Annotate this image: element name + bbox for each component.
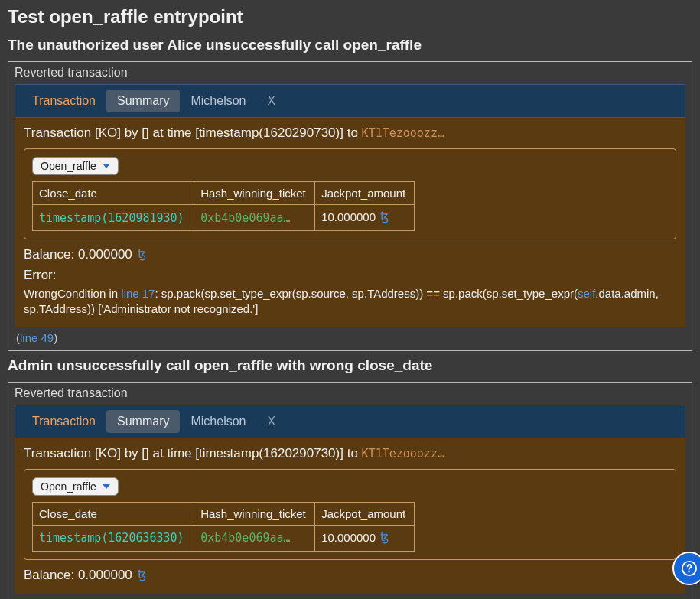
tab-close[interactable]: X [267,415,275,428]
tez-icon: ꜩ [138,568,148,585]
svg-point-5 [688,571,689,572]
page-title: Test open_raffle entrypoint [8,6,692,28]
col-jackpot: Jackpot_amount [315,502,415,525]
jackpot-value: 10.000000 [321,531,376,544]
col-hash: Hash_winning_ticket [194,502,315,525]
tez-icon: ꜩ [380,210,391,226]
help-button[interactable] [672,552,700,585]
help-icon [681,560,698,577]
reverted-box: Reverted transaction Transaction Summary… [8,382,692,600]
dropdown-label: Open_raffle [41,480,96,493]
params-table: Close_date Hash_winning_ticket Jackpot_a… [32,502,415,552]
balance-line: Balance: 0.000000 ꜩ [24,247,676,265]
tez-icon: ꜩ [138,247,148,265]
transaction-header: Transaction [KO] by [] at time [timestam… [24,125,676,141]
jackpot-value: 10.000000 [321,210,376,223]
entrypoint-dropdown[interactable]: Open_raffle [32,157,119,175]
cell-close-date: timestamp(1620981930) [33,205,194,231]
tx-header-text: Transaction [KO] by [] at time [timestam… [24,446,362,461]
error-mid: : sp.pack(sp.set_type_expr(sp.source, sp… [155,287,578,300]
col-close-date: Close_date [33,182,194,205]
test-title: The unauthorized user Alice unsuccessful… [8,37,692,54]
cell-hash: 0xb4b0e069aa… [194,525,315,551]
params-table: Close_date Hash_winning_ticket Jackpot_a… [32,181,415,231]
contract-address[interactable]: KT1Tezooozz… [362,126,444,140]
balance-label: Balance: [24,247,78,262]
cell-jackpot: 10.000000 ꜩ [315,205,415,231]
line-ref-link[interactable]: line 49 [20,331,54,344]
tabs-bar: Transaction Summary Michelson X [15,84,685,118]
self-keyword: self [578,287,595,300]
tab-michelson[interactable]: Michelson [180,90,256,112]
error-pre: WrongCondition in [24,287,121,300]
balance-value: 0.000000 [78,247,132,262]
error-label: Error: [24,268,676,283]
tab-transaction[interactable]: Transaction [21,90,106,112]
contract-address[interactable]: KT1Tezooozz… [362,447,444,461]
cell-close-date: timestamp(1620636330) [33,525,194,551]
svg-text:ꜩ: ꜩ [380,530,389,544]
entrypoint-dropdown[interactable]: Open_raffle [32,477,119,496]
test-title: Admin unsuccessfully call open_raffle wi… [8,357,692,374]
chevron-down-icon [103,484,110,489]
tab-summary[interactable]: Summary [106,90,180,112]
chevron-down-icon [103,164,110,168]
tab-summary[interactable]: Summary [106,410,180,433]
col-hash: Hash_winning_ticket [194,182,315,205]
balance-label: Balance: [24,568,78,582]
line-ref: (line 49) [15,327,685,344]
params-frame: Open_raffle Close_date Hash_winning_tick… [24,148,676,239]
table-row: timestamp(1620636330) 0xb4b0e069aa… 10.0… [33,525,415,551]
tab-transaction[interactable]: Transaction [21,410,106,433]
reverted-label: Reverted transaction [15,386,685,400]
table-header-row: Close_date Hash_winning_ticket Jackpot_a… [33,502,415,525]
tez-icon: ꜩ [380,530,391,546]
col-jackpot: Jackpot_amount [315,182,415,205]
transaction-header: Transaction [KO] by [] at time [timestam… [24,446,676,461]
error-body: WrongCondition in line 17: sp.pack(sp.se… [24,286,676,317]
balance-value: 0.000000 [78,568,132,582]
table-header-row: Close_date Hash_winning_ticket Jackpot_a… [33,182,415,205]
table-row: timestamp(1620981930) 0xb4b0e069aa… 10.0… [33,205,415,231]
reverted-box: Reverted transaction Transaction Summary… [8,61,692,351]
transaction-panel: Transaction [KO] by [] at time [timestam… [15,118,685,327]
tab-michelson[interactable]: Michelson [180,410,256,433]
params-frame: Open_raffle Close_date Hash_winning_tick… [24,469,676,560]
dropdown-label: Open_raffle [41,160,96,172]
transaction-panel: Transaction [KO] by [] at time [timestam… [15,438,685,594]
cell-hash: 0xb4b0e069aa… [194,205,315,231]
error-line-link[interactable]: line 17 [121,287,155,300]
tab-close[interactable]: X [267,94,275,108]
reverted-label: Reverted transaction [15,66,685,80]
balance-line: Balance: 0.000000 ꜩ [24,568,676,585]
svg-text:ꜩ: ꜩ [138,247,146,261]
svg-text:ꜩ: ꜩ [380,210,389,223]
tabs-bar: Transaction Summary Michelson X [15,405,685,438]
svg-text:ꜩ: ꜩ [138,568,146,581]
col-close-date: Close_date [33,502,194,525]
cell-jackpot: 10.000000 ꜩ [315,525,415,551]
tx-header-text: Transaction [KO] by [] at time [timestam… [24,125,362,140]
